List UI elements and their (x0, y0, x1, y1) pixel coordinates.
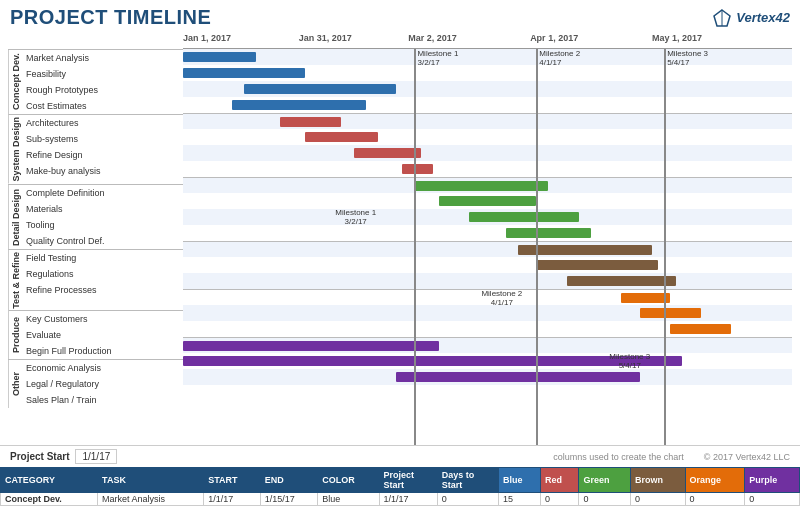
col-days-to-start: Days toStart (437, 468, 498, 493)
data-table-container: CATEGORY TASK START END COLOR ProjectSta… (0, 467, 800, 506)
columns-note: columns used to create the chart (553, 452, 684, 462)
logo-icon (712, 8, 732, 28)
bar-refine-design (354, 148, 421, 158)
col-category: CATEGORY (1, 468, 98, 493)
cell-task: Market Analysis (98, 493, 204, 506)
milestone-label-2-mid: Milestone 24/1/17 (481, 289, 522, 307)
date-mar2: Mar 2, 2017 (408, 33, 457, 43)
date-jan1: Jan 1, 2017 (183, 33, 231, 43)
date-jan31: Jan 31, 2017 (299, 33, 352, 43)
date-header: Jan 1, 2017 Jan 31, 2017 Mar 2, 2017 Apr… (183, 31, 792, 49)
col-brown: Brown (631, 468, 686, 493)
milestone-label-3: Milestone 35/4/17 (667, 49, 708, 67)
category-label-test: Test & Refine (8, 250, 22, 311)
cell-orange: 0 (685, 493, 745, 506)
gantt-row-refine-processes (183, 273, 792, 289)
task-subsystems: Sub-systems (22, 131, 101, 147)
gantt-row-economic-analysis (183, 337, 792, 353)
project-start-row: Project Start 1/1/17 columns used to cre… (0, 446, 800, 467)
gantt-row-key-customers: Milestone 24/1/17 (183, 289, 792, 305)
milestone-line-3 (664, 49, 666, 445)
task-field-testing: Field Testing (22, 250, 97, 266)
cell-color: Blue (318, 493, 379, 506)
gantt-row-evaluate (183, 305, 792, 321)
bar-cost-estimates (232, 100, 366, 110)
bar-sales-plan (396, 372, 640, 382)
col-color: COLOR (318, 468, 379, 493)
task-regulations: Regulations (22, 266, 97, 282)
gantt-row-rough-prototypes (183, 81, 792, 97)
chart-area: Concept Dev. Market Analysis Feasibility… (0, 31, 800, 445)
milestone-label-1: Milestone 13/2/17 (417, 49, 458, 67)
task-labels-produce: Key Customers Evaluate Begin Full Produc… (22, 311, 112, 359)
task-sales-plan: Sales Plan / Train (22, 392, 101, 408)
task-labels-test: Field Testing Regulations Refine Process… (22, 250, 97, 311)
cell-purple: 0 (745, 493, 800, 506)
bar-materials (439, 196, 536, 206)
task-labels-detail: Complete Definition Materials Tooling Qu… (22, 185, 105, 249)
bar-tooling (469, 212, 579, 222)
task-refine-processes: Refine Processes (22, 282, 97, 298)
col-start: START (204, 468, 261, 493)
task-begin-full-prod: Begin Full Production (22, 343, 112, 359)
project-start-value[interactable]: 1/1/17 (75, 449, 117, 464)
category-label-produce: Produce (8, 311, 22, 359)
milestone-label-2: Milestone 24/1/17 (539, 49, 580, 67)
bar-feasibility (183, 68, 305, 78)
group-produce: Produce Key Customers Evaluate Begin Ful… (8, 310, 183, 359)
milestone-label-1-mid: Milestone 13/2/17 (335, 208, 376, 226)
label-section: Concept Dev. Market Analysis Feasibility… (8, 31, 183, 445)
col-task: TASK (98, 468, 204, 493)
bar-quality-control (506, 228, 591, 238)
logo: Vertex42 (712, 8, 790, 28)
task-key-customers: Key Customers (22, 311, 112, 327)
gantt-row-subsystems (183, 129, 792, 145)
cell-blue: 15 (499, 493, 541, 506)
col-green: Green (579, 468, 631, 493)
group-test: Test & Refine Field Testing Regulations … (8, 249, 183, 311)
task-cost-estimates: Cost Estimates (22, 98, 98, 114)
bar-economic-analysis (183, 341, 439, 351)
bar-legal-regulatory (183, 356, 682, 366)
col-end: END (260, 468, 318, 493)
gantt-body: Milestone 13/2/17 Milestone 24/1/17 Mile… (183, 49, 792, 445)
gantt-row-legal-regulatory: Milestone 35/4/17 (183, 353, 792, 369)
project-start-label: Project Start (10, 451, 69, 462)
task-makebuy: Make-buy analysis (22, 163, 101, 179)
category-label-system: System Design (8, 115, 22, 184)
category-label-detail: Detail Design (8, 185, 22, 249)
bar-field-testing (518, 245, 652, 255)
table-row: Concept Dev. Market Analysis 1/1/17 1/15… (1, 493, 800, 506)
bar-key-customers (621, 293, 670, 303)
task-legal-regulatory: Legal / Regulatory (22, 376, 101, 392)
task-refine-design: Refine Design (22, 147, 101, 163)
cell-end: 1/15/17 (260, 493, 318, 506)
page-title: PROJECT TIMELINE (10, 6, 211, 29)
cell-green: 0 (579, 493, 631, 506)
gantt-row-begin-full-prod (183, 321, 792, 337)
col-red: Red (541, 468, 579, 493)
bar-begin-full-prod (670, 324, 731, 334)
logo-text: Vertex42 (736, 10, 790, 25)
gantt-row-quality-control (183, 225, 792, 241)
col-blue: Blue (499, 468, 541, 493)
group-concept: Concept Dev. Market Analysis Feasibility… (8, 49, 183, 114)
gantt-row-materials (183, 193, 792, 209)
task-architectures: Architectures (22, 115, 101, 131)
cell-proj-start: 1/1/17 (379, 493, 437, 506)
gantt-row-field-testing (183, 241, 792, 257)
bar-refine-processes (567, 276, 677, 286)
gantt-row-regulations (183, 257, 792, 273)
task-feasibility: Feasibility (22, 66, 98, 82)
task-tooling: Tooling (22, 217, 105, 233)
task-market-analysis: Market Analysis (22, 50, 98, 66)
gantt-row-refine-design (183, 145, 792, 161)
cell-brown: 0 (631, 493, 686, 506)
bar-makebuy (402, 164, 432, 174)
bar-evaluate (640, 308, 701, 318)
bottom-section: Project Start 1/1/17 columns used to cre… (0, 445, 800, 506)
gantt-row-sales-plan (183, 369, 792, 385)
bar-market-analysis (183, 52, 256, 62)
bar-subsystems (305, 132, 378, 142)
milestone-line-1 (414, 49, 416, 445)
